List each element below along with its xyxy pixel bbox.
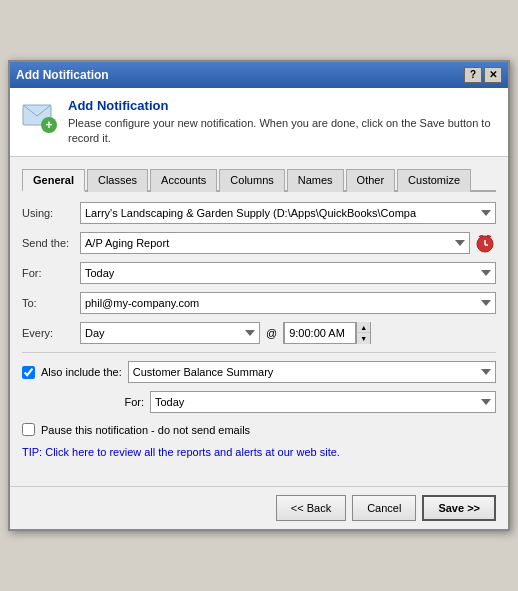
divider <box>22 352 496 353</box>
time-input-wrapper: ▲ ▼ <box>283 322 371 344</box>
to-select[interactable]: phil@my-company.com <box>80 292 496 314</box>
every-wrapper: Day @ ▲ ▼ <box>80 322 496 344</box>
time-input[interactable] <box>284 322 356 344</box>
tabs: General Classes Accounts Columns Names O… <box>22 167 496 192</box>
also-include-for-row: For: Today <box>22 391 496 413</box>
help-button[interactable]: ? <box>464 67 482 83</box>
add-notification-dialog: Add Notification ? ✕ + Add Notification … <box>8 60 510 532</box>
for-select[interactable]: Today <box>80 262 496 284</box>
dialog-body: General Classes Accounts Columns Names O… <box>10 157 508 486</box>
save-button[interactable]: Save >> <box>422 495 496 521</box>
back-button[interactable]: << Back <box>276 495 346 521</box>
every-row: Every: Day @ ▲ ▼ <box>22 322 496 344</box>
every-label: Every: <box>22 327 80 339</box>
header-title: Add Notification <box>68 98 496 113</box>
tip-text[interactable]: TIP: Click here to review all the report… <box>22 446 496 466</box>
send-the-row: Send the: A/P Aging Report <box>22 232 496 254</box>
tab-names[interactable]: Names <box>287 169 344 192</box>
notification-icon: + <box>22 98 58 134</box>
for-row: For: Today <box>22 262 496 284</box>
using-row: Using: Larry's Landscaping & Garden Supp… <box>22 202 496 224</box>
also-include-for-select[interactable]: Today <box>150 391 496 413</box>
also-include-select[interactable]: Customer Balance Summary <box>128 361 496 383</box>
also-include-row: Also include the: Customer Balance Summa… <box>22 361 496 383</box>
time-up-button[interactable]: ▲ <box>356 322 370 333</box>
tab-columns[interactable]: Columns <box>219 169 284 192</box>
header-text: Add Notification Please configure your n… <box>68 98 496 147</box>
pause-row: Pause this notification - do not send em… <box>22 423 496 436</box>
tab-accounts[interactable]: Accounts <box>150 169 217 192</box>
tab-customize[interactable]: Customize <box>397 169 471 192</box>
to-wrapper: phil@my-company.com <box>80 292 496 314</box>
also-include-checkbox[interactable] <box>22 366 35 379</box>
every-select[interactable]: Day <box>80 322 260 344</box>
time-down-button[interactable]: ▼ <box>356 333 370 344</box>
time-spinners: ▲ ▼ <box>356 322 370 344</box>
header-icon: + <box>22 98 58 134</box>
using-label: Using: <box>22 207 80 219</box>
using-select[interactable]: Larry's Landscaping & Garden Supply (D:\… <box>80 202 496 224</box>
using-wrapper: Larry's Landscaping & Garden Supply (D:\… <box>80 202 496 224</box>
title-bar-buttons: ? ✕ <box>464 67 502 83</box>
cancel-button[interactable]: Cancel <box>352 495 416 521</box>
at-label: @ <box>266 327 277 339</box>
also-include-for-label: For: <box>22 396 150 408</box>
tab-classes[interactable]: Classes <box>87 169 148 192</box>
close-button[interactable]: ✕ <box>484 67 502 83</box>
send-the-wrapper: A/P Aging Report <box>80 232 496 254</box>
title-bar-text: Add Notification <box>16 68 109 82</box>
to-label: To: <box>22 297 80 309</box>
send-the-label: Send the: <box>22 237 80 249</box>
also-include-label: Also include the: <box>41 366 122 378</box>
send-the-select[interactable]: A/P Aging Report <box>80 232 470 254</box>
tab-other[interactable]: Other <box>346 169 396 192</box>
alarm-icon <box>474 232 496 254</box>
tab-general[interactable]: General <box>22 169 85 192</box>
svg-text:+: + <box>45 118 52 132</box>
dialog-footer: << Back Cancel Save >> <box>10 486 508 529</box>
title-bar: Add Notification ? ✕ <box>10 62 508 88</box>
for-wrapper: Today <box>80 262 496 284</box>
header-description: Please configure your new notification. … <box>68 116 496 147</box>
to-row: To: phil@my-company.com <box>22 292 496 314</box>
pause-checkbox[interactable] <box>22 423 35 436</box>
for-label: For: <box>22 267 80 279</box>
pause-label: Pause this notification - do not send em… <box>41 424 250 436</box>
dialog-header: + Add Notification Please configure your… <box>10 88 508 158</box>
